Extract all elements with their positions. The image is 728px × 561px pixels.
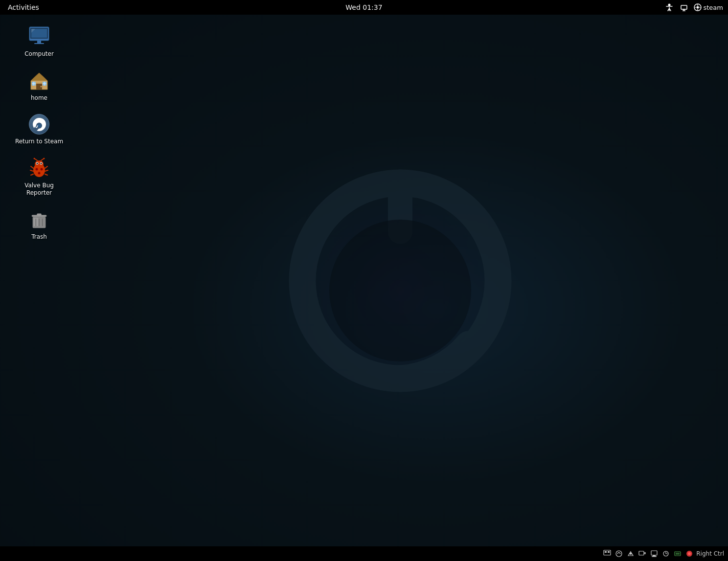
home-icon xyxy=(27,69,51,92)
svg-rect-59 xyxy=(652,556,657,557)
svg-point-25 xyxy=(35,160,44,168)
bug-reporter-icon xyxy=(27,157,51,180)
desktop-icon-home[interactable]: home xyxy=(10,66,68,105)
computer-icon-label: Computer xyxy=(24,50,54,58)
svg-point-28 xyxy=(37,162,38,164)
desktop-icon-return-to-steam[interactable]: Return to Steam xyxy=(10,110,68,149)
svg-rect-46 xyxy=(37,214,42,216)
bottom-icon-7[interactable] xyxy=(673,549,682,559)
svg-line-37 xyxy=(31,166,33,168)
bottom-icon-5[interactable] xyxy=(649,549,659,559)
topbar-right: steam xyxy=(664,2,724,13)
svg-rect-52 xyxy=(608,551,610,553)
home-icon-label: home xyxy=(31,94,47,102)
bottom-icon-6[interactable] xyxy=(661,549,671,559)
svg-point-35 xyxy=(34,157,35,159)
bottom-icon-1[interactable] xyxy=(602,549,612,559)
trash-icon xyxy=(27,208,51,231)
right-ctrl-label: Right Ctrl xyxy=(696,550,724,557)
svg-point-53 xyxy=(616,551,622,557)
svg-point-32 xyxy=(38,172,41,174)
bottom-icon-3[interactable] xyxy=(626,549,636,559)
svg-line-39 xyxy=(31,174,33,175)
steam-icon xyxy=(27,112,51,136)
svg-rect-62 xyxy=(676,553,680,555)
return-to-steam-label: Return to Steam xyxy=(15,138,63,146)
svg-rect-13 xyxy=(37,41,41,43)
svg-point-29 xyxy=(41,162,42,164)
topbar: Activities Wed 01:37 st xyxy=(0,0,728,15)
svg-line-40 xyxy=(45,166,47,168)
topbar-clock: Wed 01:37 xyxy=(345,3,382,11)
svg-point-54 xyxy=(630,553,632,555)
power-ring-decoration xyxy=(278,158,523,403)
activities-button[interactable]: Activities xyxy=(5,2,42,12)
svg-rect-4 xyxy=(681,5,687,9)
svg-rect-56 xyxy=(644,552,646,554)
svg-point-31 xyxy=(41,168,43,170)
steam-tray-label: steam xyxy=(704,4,724,11)
svg-rect-55 xyxy=(639,551,644,555)
desktop-icon-trash[interactable]: Trash xyxy=(10,205,68,244)
svg-line-42 xyxy=(45,174,47,175)
svg-rect-14 xyxy=(34,43,44,44)
steam-tray[interactable]: steam xyxy=(693,3,724,12)
desktop-icon-computer[interactable]: Computer xyxy=(10,22,68,61)
svg-point-36 xyxy=(44,157,45,159)
svg-point-16 xyxy=(41,86,42,87)
bottombar: Right Ctrl xyxy=(0,546,728,561)
desktop-icons-container: Computer home xyxy=(0,17,78,244)
svg-line-38 xyxy=(30,170,33,171)
svg-rect-57 xyxy=(651,551,657,555)
bottom-icon-2[interactable] xyxy=(614,549,624,559)
network-icon[interactable] xyxy=(679,2,689,13)
svg-point-9 xyxy=(696,6,699,9)
bottom-icon-8[interactable] xyxy=(684,549,694,559)
topbar-left: Activities xyxy=(5,2,42,12)
svg-point-64 xyxy=(688,552,691,555)
svg-point-3 xyxy=(668,4,670,6)
svg-rect-58 xyxy=(653,555,656,556)
svg-point-30 xyxy=(36,168,38,170)
valve-bug-reporter-label: Valve Bug Reporter xyxy=(15,182,64,197)
accessibility-icon[interactable] xyxy=(664,2,675,13)
computer-icon xyxy=(27,25,51,48)
svg-line-41 xyxy=(45,170,48,171)
svg-point-2 xyxy=(329,220,471,361)
svg-rect-51 xyxy=(605,551,607,553)
desktop-icon-valve-bug-reporter[interactable]: Valve Bug Reporter xyxy=(10,154,68,200)
trash-icon-label: Trash xyxy=(31,233,47,241)
bottom-icon-4[interactable] xyxy=(637,549,647,559)
